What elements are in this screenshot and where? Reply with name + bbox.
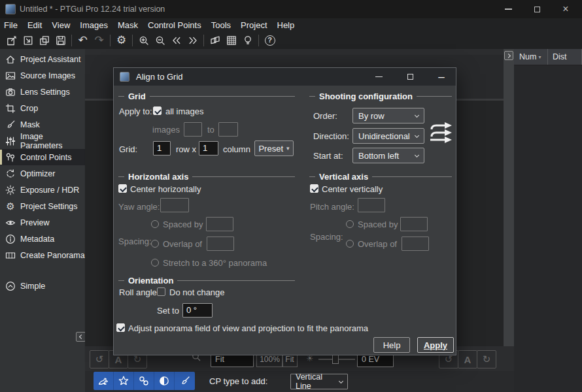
menu-tools[interactable]: Tools (211, 20, 231, 30)
paint-cp-button[interactable] (175, 372, 195, 390)
grid-rows-input[interactable]: 1 (153, 141, 171, 155)
maximize-button[interactable] (524, 0, 549, 18)
title-bar: Untitled * - PTGui Pro 12.24 trial versi… (0, 0, 582, 18)
sidebar-item-simple[interactable]: Simple (0, 278, 85, 294)
v-overlap-radio[interactable] (346, 240, 354, 248)
redo-button[interactable]: ↷ (91, 33, 107, 48)
zoom-out-button[interactable] (152, 33, 168, 48)
cp-column-dist[interactable]: Dist (548, 49, 582, 65)
section-title: Grid (128, 91, 146, 101)
sidebar-item-control-points[interactable]: Control Points (0, 149, 85, 165)
dialog-help-button[interactable]: Help (373, 337, 410, 353)
open-project-icon (23, 35, 33, 46)
center-vertically-checkbox[interactable] (310, 184, 318, 193)
direction-label: Direction: (313, 131, 349, 141)
h-spaced-by-radio[interactable] (151, 220, 159, 228)
rows-value: 1 (157, 143, 162, 153)
sidebar-item-mask[interactable]: Mask (0, 116, 85, 133)
previous-button[interactable] (168, 33, 184, 48)
dialog-maximize-button[interactable] (397, 68, 423, 86)
sidebar-item-exposure-hdr[interactable]: Exposure / HDR (0, 182, 85, 198)
zoom-fit-label: Fit (285, 355, 294, 364)
direction-select[interactable]: Unidirectional (352, 128, 424, 144)
grid-label: Grid: (119, 144, 137, 154)
sidebar-item-preview[interactable]: Preview (0, 214, 85, 231)
sidebar-item-metadata[interactable]: Metadata (0, 231, 85, 247)
preset-button[interactable]: Preset ▾ (254, 140, 294, 156)
contrast-button[interactable] (154, 372, 175, 390)
chevron-down-icon (415, 112, 419, 117)
save-button[interactable] (52, 33, 69, 48)
collapse-sidebar-button[interactable] (76, 332, 86, 342)
generate-cp-button[interactable] (94, 372, 114, 390)
detail-table-button[interactable] (223, 33, 239, 48)
do-not-change-checkbox[interactable] (157, 287, 165, 296)
roll-angle-input[interactable]: 0 ° (182, 303, 213, 318)
menu-control-points[interactable]: Control Points (148, 20, 201, 30)
v-spacing-label: Spacing: (310, 232, 343, 242)
auto-rotate-button[interactable]: A (458, 350, 477, 368)
dialog-close-button[interactable]: – (428, 68, 454, 86)
menu-help[interactable]: Help (277, 20, 295, 30)
rotate-cw-button[interactable]: ↻ (477, 350, 496, 368)
sidebar-item-label: Exposure / HDR (20, 186, 79, 195)
link-images-button[interactable] (134, 372, 154, 390)
sidebar-item-crop[interactable]: Crop (0, 100, 85, 116)
sidebar-item-project-assistant[interactable]: Project Assistant (0, 51, 85, 67)
cp-type-select[interactable]: Vertical Line (290, 374, 348, 389)
sidebar-item-source-images[interactable]: Source Images (0, 67, 85, 84)
rotate-ccw-button[interactable]: ↺ (90, 350, 109, 368)
vertical-splitter[interactable] (504, 49, 514, 346)
stretch-360-radio[interactable] (151, 259, 159, 267)
menu-file[interactable]: File (4, 20, 18, 30)
section-title: Orientation (128, 276, 173, 286)
sidebar-item-create-panorama[interactable]: Create Panorama (0, 247, 85, 263)
duplicate-button[interactable] (36, 33, 52, 48)
tips-button[interactable] (239, 33, 256, 48)
brightness-slider-thumb[interactable] (332, 354, 339, 364)
adjust-fov-checkbox[interactable] (116, 323, 125, 332)
new-project-button[interactable] (3, 33, 20, 48)
column-label: Dist (553, 52, 567, 61)
zoom-in-icon (139, 35, 149, 46)
all-images-checkbox[interactable] (153, 106, 162, 115)
gear-icon: ⚙ (5, 201, 16, 212)
order-select[interactable]: By row (352, 108, 424, 123)
dialog-apply-button[interactable]: Apply (417, 337, 454, 353)
kangaroo-icon (97, 375, 109, 387)
center-horizontally-checkbox[interactable] (118, 184, 127, 193)
grid-cols-input[interactable]: 1 (199, 141, 218, 155)
star-icon (118, 375, 129, 387)
section-title: Horizontal axis (128, 172, 188, 182)
menu-images[interactable]: Images (80, 20, 108, 30)
to-label: to (207, 125, 214, 135)
start-at-select[interactable]: Bottom left (352, 148, 424, 163)
help-button[interactable]: ? (262, 33, 278, 48)
panorama-editor-button[interactable] (207, 33, 223, 48)
expand-panel-button[interactable] (504, 51, 513, 60)
sidebar-item-image-parameters[interactable]: Image Parameters (0, 133, 85, 149)
settings-button[interactable]: ⚙ (113, 33, 129, 48)
v-spaced-by-radio[interactable] (346, 220, 354, 228)
zoom-in-button[interactable] (135, 33, 152, 48)
cp-column-num[interactable]: Num▾ (514, 49, 548, 65)
sidebar-item-lens-settings[interactable]: Lens Settings (0, 84, 85, 100)
sidebar-item-label: Source Images (20, 71, 75, 80)
h-spaced-by-label: Spaced by (163, 220, 203, 229)
link-icon (138, 375, 150, 387)
h-overlap-radio[interactable] (151, 240, 159, 248)
minimize-button[interactable] (496, 0, 521, 18)
next-button[interactable] (184, 33, 201, 48)
undo-button[interactable]: ↶ (75, 33, 91, 48)
sidebar-item-optimizer[interactable]: Optimizer (0, 165, 85, 182)
sidebar-item-project-settings[interactable]: ⚙Project Settings (0, 198, 85, 214)
menu-mask[interactable]: Mask (118, 20, 138, 30)
menu-view[interactable]: View (52, 20, 70, 30)
dialog-minimize-button[interactable] (366, 68, 392, 86)
zoom-100-label: 100% (260, 355, 280, 364)
mark-cp-button[interactable] (114, 372, 134, 390)
menu-project[interactable]: Project (241, 20, 267, 30)
close-button[interactable]: × (553, 0, 578, 18)
open-project-button[interactable] (20, 33, 36, 48)
menu-edit[interactable]: Edit (27, 20, 42, 30)
